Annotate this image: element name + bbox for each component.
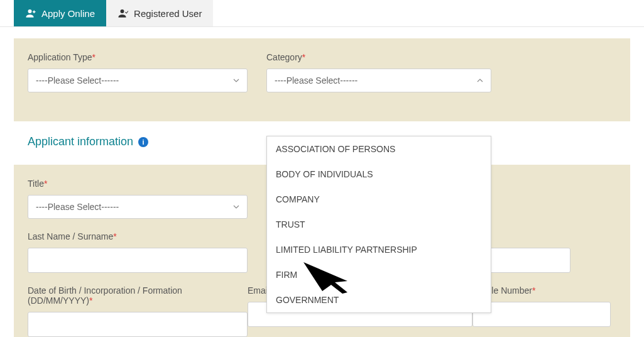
- section-title-text: Applicant information: [28, 135, 133, 148]
- category-option[interactable]: FIRM: [267, 262, 491, 287]
- category-option[interactable]: TRUST: [267, 212, 491, 237]
- chevron-down-icon: [233, 204, 239, 210]
- category-dropdown-panel: ASSOCIATION OF PERSONS BODY OF INDIVIDUA…: [266, 136, 491, 313]
- tab-apply-online-label: Apply Online: [41, 8, 95, 19]
- tab-apply-online[interactable]: Apply Online: [14, 0, 106, 26]
- title-select[interactable]: ----Please Select------: [28, 195, 248, 219]
- title-label: Title*: [28, 179, 266, 189]
- last-name-label: Last Name / Surname*: [28, 231, 248, 241]
- category-option[interactable]: GOVERNMENT: [267, 287, 491, 312]
- application-type-value: ----Please Select------: [36, 75, 119, 86]
- category-select[interactable]: ----Please Select------: [266, 69, 491, 92]
- title-value: ----Please Select------: [36, 202, 119, 212]
- person-plus-icon: [25, 8, 36, 19]
- category-option[interactable]: BODY OF INDIVIDUALS: [267, 162, 491, 187]
- tab-registered-user-label: Registered User: [134, 8, 202, 19]
- category-option[interactable]: ASSOCIATION OF PERSONS: [267, 136, 491, 162]
- application-type-select[interactable]: ----Please Select------: [28, 69, 248, 92]
- tabs: Apply Online Registered User: [0, 0, 644, 27]
- svg-point-0: [28, 9, 32, 13]
- dob-input[interactable]: [28, 312, 248, 337]
- mobile-input[interactable]: [472, 302, 611, 327]
- mobile-label: Mobile Number*: [472, 285, 616, 296]
- person-check-icon: [117, 8, 129, 19]
- tab-registered-user[interactable]: Registered User: [106, 0, 213, 26]
- category-value: ----Please Select------: [275, 75, 357, 86]
- dob-label: Date of Birth / Incorporation / Formatio…: [28, 285, 248, 306]
- category-option[interactable]: LIMITED LIABILITY PARTNERSHIP: [267, 237, 491, 262]
- last-name-input[interactable]: [28, 248, 248, 273]
- application-type-label: Application Type*: [28, 52, 266, 62]
- chevron-up-icon: [477, 77, 483, 84]
- chevron-down-icon: [233, 77, 239, 84]
- svg-point-1: [121, 9, 124, 13]
- info-icon[interactable]: i: [138, 137, 148, 147]
- top-form-block: Application Type* ----Please Select-----…: [14, 38, 630, 121]
- category-option[interactable]: COMPANY: [267, 187, 491, 212]
- category-label: Category*: [266, 52, 505, 62]
